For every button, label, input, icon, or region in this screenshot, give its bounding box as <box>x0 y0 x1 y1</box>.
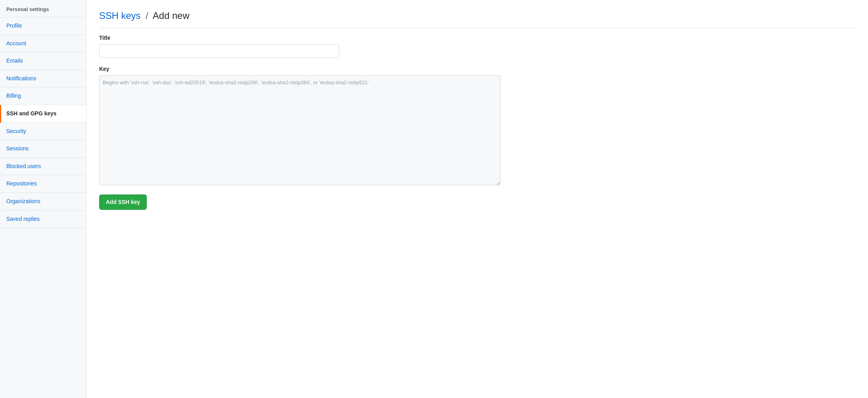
sidebar-link-organizations[interactable]: Organizations <box>0 193 86 210</box>
title-form-group: Title <box>99 35 855 58</box>
sidebar-link-profile[interactable]: Profile <box>0 17 86 35</box>
page-title-link: SSH keys <box>99 10 140 21</box>
sidebar: Personal settings Profile Account Emails… <box>0 0 87 398</box>
sidebar-nav: Profile Account Emails Notifications Bil… <box>0 17 86 228</box>
sidebar-item-blocked-users[interactable]: Blocked users <box>0 158 86 176</box>
key-form-group: Key <box>99 66 855 187</box>
sidebar-link-billing[interactable]: Billing <box>0 87 86 105</box>
page-title-subtitle: Add new <box>153 10 189 21</box>
sidebar-link-security[interactable]: Security <box>0 123 86 140</box>
sidebar-link-account[interactable]: Account <box>0 35 86 52</box>
page-header: SSH keys / Add new <box>99 9 855 28</box>
main-content: SSH keys / Add new Title Key Add SSH key <box>87 0 868 398</box>
sidebar-item-notifications[interactable]: Notifications <box>0 70 86 88</box>
sidebar-item-sessions[interactable]: Sessions <box>0 140 86 158</box>
title-input-wrapper <box>99 44 339 58</box>
title-input[interactable] <box>99 44 339 58</box>
sidebar-item-saved-replies[interactable]: Saved replies <box>0 211 86 228</box>
sidebar-item-emails[interactable]: Emails <box>0 52 86 70</box>
sidebar-item-ssh-gpg-keys[interactable]: SSH and GPG keys <box>0 105 86 123</box>
sidebar-item-security[interactable]: Security <box>0 123 86 141</box>
sidebar-link-notifications[interactable]: Notifications <box>0 70 86 87</box>
key-textarea[interactable] <box>99 75 500 185</box>
sidebar-link-repositories[interactable]: Repositories <box>0 175 86 193</box>
sidebar-item-billing[interactable]: Billing <box>0 87 86 105</box>
sidebar-link-saved-replies[interactable]: Saved replies <box>0 211 86 228</box>
ssh-key-form: Title Key Add SSH key <box>99 35 855 210</box>
submit-form-group: Add SSH key <box>99 194 855 210</box>
page-title: SSH keys / Add new <box>99 9 855 22</box>
sidebar-link-sessions[interactable]: Sessions <box>0 140 86 157</box>
sidebar-item-repositories[interactable]: Repositories <box>0 175 86 193</box>
sidebar-link-emails[interactable]: Emails <box>0 52 86 70</box>
key-label: Key <box>99 66 855 72</box>
sidebar-item-organizations[interactable]: Organizations <box>0 193 86 211</box>
sidebar-link-ssh-gpg-keys[interactable]: SSH and GPG keys <box>1 105 86 122</box>
add-ssh-key-button[interactable]: Add SSH key <box>99 194 147 210</box>
sidebar-link-blocked-users[interactable]: Blocked users <box>0 158 86 175</box>
sidebar-item-account[interactable]: Account <box>0 35 86 53</box>
title-label: Title <box>99 35 855 41</box>
page-title-separator: / <box>146 10 148 21</box>
sidebar-item-profile[interactable]: Profile <box>0 17 86 35</box>
sidebar-header: Personal settings <box>0 0 86 17</box>
